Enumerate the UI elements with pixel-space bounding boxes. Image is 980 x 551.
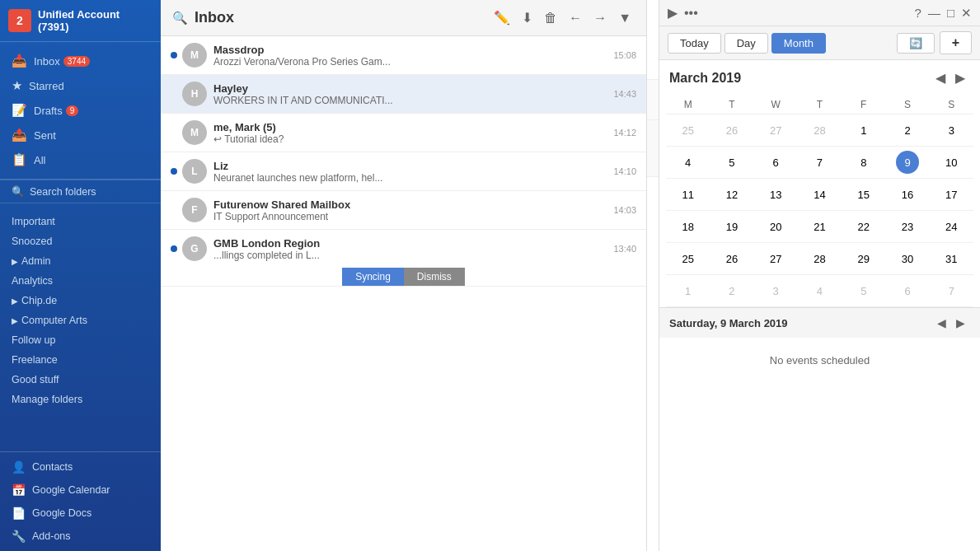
calendar-day[interactable]: 30 [896, 247, 919, 270]
calendar-day[interactable]: 3 [764, 279, 787, 302]
calendar-day[interactable]: 15 [852, 183, 875, 206]
folder-manage[interactable]: Manage folders [0, 390, 161, 409]
email-from: GMB London Region [213, 237, 607, 250]
weekday-thu: T [798, 99, 842, 110]
prev-day-button[interactable]: ◀ [932, 315, 951, 331]
email-item[interactable]: M me, Mark (5) ↩ Tutorial idea? 14:12 [161, 114, 646, 152]
calendar-day[interactable]: 16 [896, 183, 919, 206]
folder-admin[interactable]: ▶ Admin [0, 251, 161, 271]
minimize-button[interactable]: — [928, 6, 940, 21]
help-icon[interactable]: ? [915, 6, 921, 21]
email-item[interactable]: G GMB London Region ...llings completed … [161, 230, 646, 287]
more-button[interactable]: ▼ [615, 9, 635, 27]
add-ons-item[interactable]: 🔧 Add-ons [0, 525, 161, 548]
folder-chip-de[interactable]: ▶ Chip.de [0, 291, 161, 311]
delete-button[interactable]: 🗑 [541, 9, 560, 27]
calendar-day[interactable]: 31 [940, 247, 963, 270]
email-item[interactable]: H Hayley WORKERS IN IT AND COMMUNICATI..… [161, 75, 646, 114]
calendar-day[interactable]: 27 [764, 247, 787, 270]
calendar-day[interactable]: 26 [720, 247, 743, 270]
calendar-day[interactable]: 1 [677, 279, 700, 302]
calendar-day[interactable]: 28 [808, 247, 831, 270]
day-button[interactable]: Day [724, 33, 768, 54]
dismiss-button[interactable]: Dismiss [404, 268, 465, 286]
restore-button[interactable]: □ [947, 6, 954, 21]
add-event-button[interactable]: + [940, 31, 972, 54]
google-docs-item[interactable]: 📄 Google Docs [0, 502, 161, 525]
calendar-day[interactable]: 27 [764, 119, 787, 142]
calendar-day[interactable]: 22 [852, 215, 875, 238]
email-item[interactable]: F Futurenow Shared Mailbox IT Support An… [161, 191, 646, 230]
calendar-day[interactable]: 13 [764, 183, 787, 206]
syncing-button[interactable]: Syncing [342, 268, 404, 286]
email-body: Hi Cat, Got a story that may be of inter… [647, 177, 659, 551]
email-from: Massdrop [213, 44, 607, 56]
next-month-button[interactable]: ▶ [950, 67, 970, 89]
folder-follow-up[interactable]: Follow up [0, 330, 161, 350]
calendar-day[interactable]: 6 [764, 151, 787, 174]
calendar-day[interactable]: 14 [808, 183, 831, 206]
today-button[interactable]: Today [668, 33, 721, 54]
month-button[interactable]: Month [771, 33, 826, 54]
next-day-button[interactable]: ▶ [951, 315, 970, 331]
sidebar-item-sent[interactable]: 📤 Sent [0, 123, 161, 147]
calendar-day[interactable]: 11 [677, 183, 700, 206]
contacts-item[interactable]: 👤 Contacts [0, 455, 161, 479]
calendar-day[interactable]: 7 [808, 151, 831, 174]
calendar-day[interactable]: 3 [940, 119, 963, 142]
sidebar-item-inbox[interactable]: 📥 Inbox 3744 [0, 49, 161, 73]
folder-analytics[interactable]: Analytics [0, 271, 161, 291]
calendar-day[interactable]: 18 [677, 215, 700, 238]
calendar-day[interactable]: 5 [852, 279, 875, 302]
calendar-day[interactable]: 6 [896, 279, 919, 302]
edit-button[interactable]: ✏️ [490, 8, 513, 27]
folder-label: Good stuff [12, 374, 59, 385]
calendar-day[interactable]: 5 [720, 151, 743, 174]
calendar-day[interactable]: 24 [940, 215, 963, 238]
calendar-day[interactable]: 29 [852, 247, 875, 270]
calendar-day[interactable]: 17 [940, 183, 963, 206]
calendar-day[interactable]: 7 [940, 279, 963, 302]
email-item[interactable]: L Liz Neuranet launches new platform, he… [161, 152, 646, 191]
nav-arrow[interactable]: ▶ [668, 5, 678, 21]
folder-snoozed[interactable]: Snoozed [0, 231, 161, 251]
email-item[interactable]: M Massdrop Arozzi Verona/Verona Pro Seri… [161, 36, 646, 75]
search-folders[interactable]: 🔍 Search folders [0, 180, 161, 203]
folder-important[interactable]: Important [0, 212, 161, 231]
calendar-day[interactable]: 26 [720, 119, 743, 142]
calendar-day[interactable]: 21 [808, 215, 831, 238]
google-calendar-item[interactable]: 📅 Google Calendar [0, 479, 161, 502]
calendar-day[interactable]: 2 [896, 119, 919, 142]
calendar-day-today[interactable]: 9 [896, 151, 919, 174]
avatar: F [182, 198, 207, 222]
prev-month-button[interactable]: ◀ [931, 67, 950, 89]
folder-good-stuff[interactable]: Good stuff [0, 370, 161, 390]
calendar-day[interactable]: 8 [852, 151, 875, 174]
calendar-day[interactable]: 25 [677, 247, 700, 270]
more-options[interactable]: ••• [684, 6, 698, 21]
calendar-day[interactable]: 1 [852, 119, 875, 142]
account-header[interactable]: 2 Unified Account (7391) [0, 0, 161, 42]
search-icon[interactable]: 🔍 [172, 11, 188, 26]
calendar-day[interactable]: 4 [808, 279, 831, 302]
calendar-day[interactable]: 23 [896, 215, 919, 238]
calendar-day[interactable]: 12 [720, 183, 743, 206]
back-button[interactable]: ← [565, 9, 585, 27]
download-button[interactable]: ⬇ [518, 8, 536, 27]
folder-freelance[interactable]: Freelance [0, 350, 161, 370]
calendar-day[interactable]: 28 [808, 119, 831, 142]
calendar-day[interactable]: 10 [940, 151, 963, 174]
calendar-day[interactable]: 2 [720, 279, 743, 302]
forward-button[interactable]: → [590, 9, 610, 27]
sidebar-item-starred[interactable]: ★ Starred [0, 73, 161, 98]
calendar-day[interactable]: 25 [677, 119, 700, 142]
sidebar-item-drafts[interactable]: 📝 Drafts 9 [0, 98, 161, 123]
calendar-day[interactable]: 19 [720, 215, 743, 238]
folder-computer-arts[interactable]: ▶ Computer Arts [0, 311, 161, 330]
calendar-day[interactable]: 4 [677, 151, 700, 174]
refresh-button[interactable]: 🔄 [897, 33, 935, 54]
avatar: M [182, 43, 207, 68]
calendar-day[interactable]: 20 [764, 215, 787, 238]
sidebar-item-all[interactable]: 📋 All [0, 147, 161, 172]
close-button[interactable]: ✕ [961, 6, 972, 21]
